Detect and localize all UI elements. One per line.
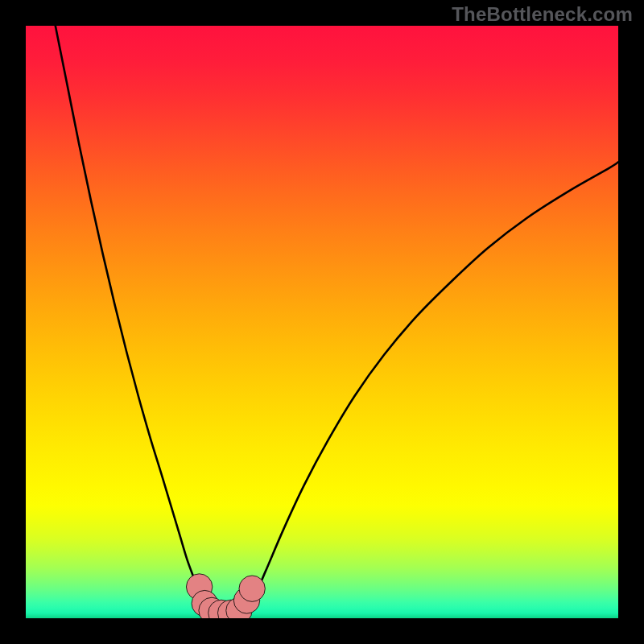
bottleneck-curve[interactable] [56,26,618,613]
watermark-label: TheBottleneck.com [452,3,633,26]
bottleneck-chart [26,26,618,618]
plot-area [26,26,618,618]
gradient-background [26,26,618,618]
outer-black-frame: TheBottleneck.com [0,0,644,644]
valley-marker-7[interactable] [239,576,265,601]
